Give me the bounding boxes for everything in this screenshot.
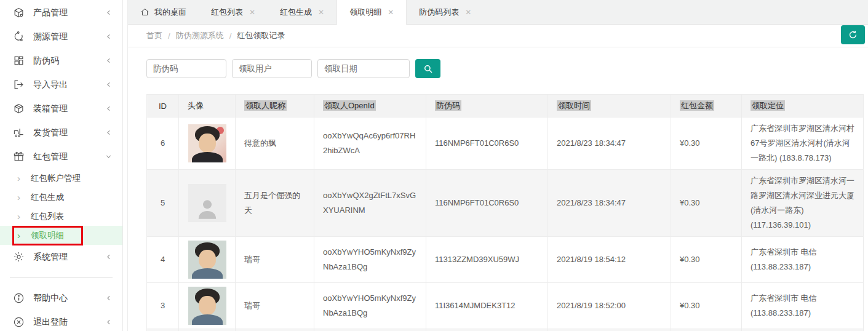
submenu-arrow-icon <box>17 193 23 202</box>
red-packet-gift-icon <box>13 151 25 162</box>
tab-code-list[interactable]: 防伪码列表 <box>407 0 484 24</box>
submenu-arrow-icon <box>17 173 23 183</box>
refresh-button[interactable] <box>841 25 865 44</box>
sidebar-item-label: 装箱管理 <box>33 103 68 114</box>
tab-red-packet-generate[interactable]: 红包生成 <box>268 0 336 24</box>
cell-nickname: 瑞哥 <box>236 237 314 283</box>
cell-avatar <box>179 118 236 170</box>
logout-icon <box>13 316 25 328</box>
breadcrumb-current: 红包领取记录 <box>237 30 285 41</box>
col-header-nickname: 领取人昵称 <box>236 95 314 118</box>
search-icon <box>423 63 434 74</box>
chevron-left-icon <box>105 57 113 65</box>
close-icon[interactable] <box>465 8 471 17</box>
breadcrumb-home[interactable]: 首页 <box>146 30 162 41</box>
sidebar-item-label: 溯源管理 <box>33 31 68 42</box>
sidebar-item-shipping[interactable]: 发货管理 <box>0 121 122 145</box>
gear-icon <box>13 251 25 263</box>
main-content: 我的桌面 红包列表 红包生成 领取明细 防伪码列表 首页 / 防伪溯源系统 <box>127 0 868 331</box>
sidebar-item-red-packet[interactable]: 红包管理 <box>0 145 122 169</box>
sidebar-item-import-export[interactable]: 导入导出 <box>0 73 122 97</box>
import-export-icon <box>13 79 25 90</box>
sidebar-item-system[interactable]: 系统管理 <box>0 245 122 269</box>
sidebar-item-product[interactable]: 产品管理 <box>0 1 122 25</box>
cell-avatar <box>179 283 236 329</box>
cell-time: 2021/8/19 18:52:00 <box>548 283 671 329</box>
col-header-time: 领取时间 <box>548 95 671 118</box>
product-box-icon <box>13 7 25 18</box>
sidebar-item-packing[interactable]: 装箱管理 <box>0 97 122 121</box>
refresh-icon <box>848 30 858 40</box>
sidebar-subitem-red-packet-list[interactable]: 红包列表 <box>0 207 122 226</box>
app-window: 产品管理 溯源管理 防伪码 导入导出 <box>0 0 868 331</box>
date-filter-input[interactable] <box>317 59 410 78</box>
cell-id: 3 <box>147 283 179 329</box>
claim-records-table: ID 头像 领取人昵称 领取人OpenId 防伪码 领取时间 红包金额 领取定位… <box>146 94 864 331</box>
cell-code: 11313ZZMD39XU59WJ <box>426 237 548 283</box>
chevron-left-icon <box>105 81 113 89</box>
table-row: 3 瑞哥 ooXbYwYHO5mKyNxf9ZyNbAza1BQg 11I361… <box>147 283 864 329</box>
table-row: 5 五月是个倔强的天 ooXbYwQX2gZtFtL7xSvGXYUARINM … <box>147 170 864 237</box>
sidebar-subitem-claim-details[interactable]: 领取明细 <box>0 226 122 245</box>
sidebar-item-label: 帮助中心 <box>33 293 68 304</box>
cell-amount: ¥0.30 <box>671 237 742 283</box>
table-row: 6 得意的飘 ooXbYwQqAc6yp6rf07RH2hibZWcA 116N… <box>147 118 864 170</box>
chevron-left-icon <box>105 33 113 41</box>
close-icon[interactable] <box>249 8 255 17</box>
sidebar-subitem-label: 红包帐户管理 <box>31 173 81 184</box>
tab-red-packet-list[interactable]: 红包列表 <box>199 0 268 24</box>
sidebar-subitem-label: 红包列表 <box>31 211 64 222</box>
close-icon[interactable] <box>388 8 394 17</box>
sidebar-item-label: 防伪码 <box>33 55 59 66</box>
cell-code <box>426 329 548 331</box>
sidebar: 产品管理 溯源管理 防伪码 导入导出 <box>0 0 123 331</box>
cell-location: 广东省深圳市罗湖区清水河一 <box>742 329 864 331</box>
cell-openid: ooXbYwQX2gZtFtL7xSvGXYUARINM <box>314 170 426 237</box>
tab-claim-details[interactable]: 领取明细 <box>336 0 407 25</box>
sidebar-subitem-red-packet-generate[interactable]: 红包生成 <box>0 188 122 207</box>
sidebar-subitem-red-packet-accounts[interactable]: 红包帐户管理 <box>0 169 122 188</box>
avatar <box>188 241 226 279</box>
cell-openid <box>314 329 426 331</box>
cell-code: 116NMP6FT01C0R6S0 <box>426 118 548 170</box>
cell-id: 4 <box>147 237 179 283</box>
submenu-arrow-icon <box>17 212 23 221</box>
cell-location: 广东省深圳市 电信 (113.88.233.187) <box>742 283 864 329</box>
breadcrumb-separator: / <box>229 31 232 41</box>
sidebar-item-label: 产品管理 <box>33 7 68 18</box>
avatar <box>188 124 226 162</box>
cell-nickname: 得意的飘 <box>236 118 314 170</box>
table-row: 4 瑞哥 ooXbYwYHO5mKyNxf9ZyNbAza1BQg 11313Z… <box>147 237 864 283</box>
breadcrumb-system[interactable]: 防伪溯源系统 <box>176 30 224 41</box>
chevron-left-icon <box>105 294 113 302</box>
cell-time <box>548 329 671 331</box>
search-button[interactable] <box>415 59 440 78</box>
cell-amount: ¥0.30 <box>671 283 742 329</box>
user-filter-input[interactable] <box>232 59 312 78</box>
cell-location: 广东省深圳市 电信 (113.88.233.187) <box>742 237 864 283</box>
cell-id <box>147 329 179 331</box>
cell-nickname: 五月是个倔强的天 <box>236 170 314 237</box>
tab-my-desktop[interactable]: 我的桌面 <box>128 0 199 24</box>
cell-openid: ooXbYwYHO5mKyNxf9ZyNbAza1BQg <box>314 283 426 329</box>
close-icon[interactable] <box>318 8 324 17</box>
chevron-left-icon <box>105 253 113 261</box>
chevron-left-icon <box>105 9 113 17</box>
sidebar-item-trace[interactable]: 溯源管理 <box>0 25 122 49</box>
chevron-down-icon <box>105 153 113 161</box>
submenu-arrow-icon <box>17 231 23 241</box>
sidebar-item-help[interactable]: 帮助中心 <box>0 286 122 310</box>
home-icon <box>140 7 149 17</box>
tab-label: 红包列表 <box>211 7 243 18</box>
table-row: 广东省深圳市罗湖区清水河一 <box>147 329 864 331</box>
code-filter-input[interactable] <box>146 59 226 78</box>
help-info-icon <box>13 292 25 304</box>
tab-label: 领取明细 <box>349 7 381 18</box>
sidebar-item-code[interactable]: 防伪码 <box>0 49 122 73</box>
sidebar-subitem-label: 领取明细 <box>31 230 64 241</box>
cell-id: 6 <box>147 118 179 170</box>
sidebar-item-label: 导入导出 <box>33 79 68 90</box>
shipping-forklift-icon <box>13 127 25 138</box>
sidebar-item-logout[interactable]: 退出登陆 <box>0 310 122 331</box>
cell-time: 2021/8/23 18:34:47 <box>548 118 671 170</box>
